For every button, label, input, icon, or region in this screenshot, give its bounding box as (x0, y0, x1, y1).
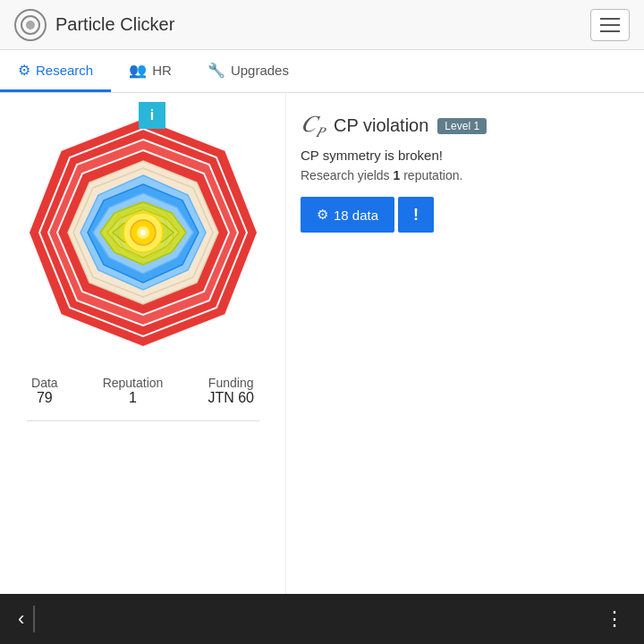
stat-funding-value: JTN 60 (208, 390, 254, 406)
data-button-label: 18 data (334, 208, 378, 223)
left-panel: i (0, 93, 286, 594)
hamburger-line (600, 30, 620, 32)
back-button[interactable]: ‹ (18, 607, 24, 631)
research-item: 𝐶𝑃 CP violation Level 1 CP symmetry is b… (301, 111, 630, 233)
particle-svg (18, 111, 268, 361)
particle-visualizer[interactable] (18, 111, 268, 361)
wrench-icon: 🔧 (208, 62, 225, 79)
research-yield: Research yields 1 reputation. (301, 168, 630, 182)
stat-data-value: 79 (31, 390, 58, 406)
exclaim-label: ! (413, 206, 419, 225)
stat-funding: Funding JTN 60 (208, 376, 254, 406)
action-row: ⚙ 18 data ! (301, 197, 630, 233)
tab-upgrades-label: Upgrades (231, 63, 289, 78)
gear-icon: ⚙ (18, 62, 30, 79)
main-content: i (0, 93, 644, 594)
tab-upgrades[interactable]: 🔧 Upgrades (190, 50, 307, 92)
svg-point-2 (26, 21, 35, 30)
svg-point-18 (140, 230, 146, 235)
hamburger-line (600, 18, 620, 20)
info-badge-label: i (150, 107, 154, 123)
tab-bar: ⚙ Research 👥 HR 🔧 Upgrades (0, 50, 644, 93)
stat-data: Data 79 (31, 376, 58, 406)
right-panel: 𝐶𝑃 CP violation Level 1 CP symmetry is b… (286, 93, 644, 594)
cp-violation-icon: 𝐶𝑃 (301, 111, 325, 140)
tab-hr[interactable]: 👥 HR (111, 50, 190, 92)
stat-reputation: Reputation 1 (103, 376, 164, 406)
more-options-button[interactable]: ⋮ (605, 607, 626, 631)
bottom-bar: ‹ ⋮ (0, 594, 644, 644)
level-badge: Level 1 (437, 118, 487, 134)
bottom-divider (33, 606, 35, 632)
stat-reputation-value: 1 (103, 390, 164, 406)
people-icon: 👥 (129, 62, 147, 79)
gear-small-icon: ⚙ (317, 207, 328, 223)
stat-data-label: Data (31, 376, 58, 390)
divider (27, 420, 259, 421)
hamburger-line (600, 24, 620, 26)
stats-row: Data 79 Reputation 1 Funding JTN 60 (0, 361, 285, 413)
app-icon (14, 9, 47, 41)
tab-hr-label: HR (152, 63, 172, 78)
app-title: Particle Clicker (55, 14, 174, 35)
app-branding: Particle Clicker (14, 9, 174, 41)
stat-reputation-label: Reputation (103, 376, 164, 390)
research-description: CP symmetry is broken! (301, 148, 630, 163)
top-bar: Particle Clicker (0, 0, 644, 50)
menu-button[interactable] (590, 9, 630, 41)
research-name: CP violation (334, 115, 428, 136)
stat-funding-label: Funding (208, 376, 254, 390)
exclaim-button[interactable]: ! (398, 197, 434, 233)
research-header: 𝐶𝑃 CP violation Level 1 (301, 111, 630, 140)
info-badge[interactable]: i (139, 102, 165, 129)
data-button[interactable]: ⚙ 18 data (301, 197, 394, 233)
tab-research[interactable]: ⚙ Research (0, 50, 111, 92)
tab-research-label: Research (36, 63, 93, 78)
